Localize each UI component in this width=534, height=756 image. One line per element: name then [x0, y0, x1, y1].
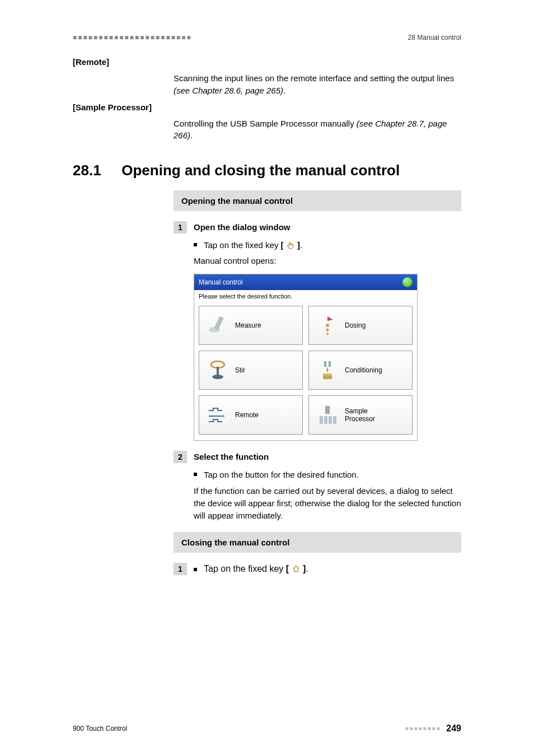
- chapter-number: 28.1: [73, 162, 118, 179]
- step-2-bullet: Tap on the button for the desired functi…: [194, 469, 461, 481]
- definition-body-sample-processor-text: Controlling the USB Sample Processor man…: [174, 118, 461, 142]
- sample-processor-icon: [316, 403, 339, 427]
- tile-remote[interactable]: Remote: [199, 395, 303, 435]
- svg-rect-8: [329, 361, 331, 367]
- manual-control-screenshot: Manual control Please select the desired…: [194, 274, 418, 441]
- tile-stir[interactable]: Stir: [199, 351, 303, 390]
- definition-sample-processor-body-row: Controlling the USB Sample Processor man…: [73, 118, 461, 142]
- svg-rect-13: [329, 416, 332, 424]
- header-decor: ■■■■■■■■■■■■■■■■■■■■■■■: [73, 34, 192, 41]
- svg-rect-9: [323, 376, 332, 379]
- definition-term-sample-processor: [Sample Processor]: [73, 102, 174, 112]
- stir-icon: [206, 358, 229, 382]
- step-1-bullet: Tap on the fixed key [ ].: [194, 239, 461, 251]
- tile-measure-label: Measure: [235, 321, 261, 329]
- header-chapter: 28 Manual control: [408, 34, 461, 41]
- step-3-badge: 1: [174, 563, 187, 575]
- step-1: 1 Open the dialog window Tap on the fixe…: [174, 221, 461, 441]
- svg-rect-14: [333, 416, 336, 424]
- step-2-after-text: If the function can be carried out by se…: [194, 485, 461, 521]
- step-1-after-text: Manual control opens:: [194, 255, 461, 267]
- definition-body-remote: [174, 57, 461, 67]
- footer-decor: ■■■■■■■■: [405, 725, 441, 731]
- step-1-title: Open the dialog window: [194, 222, 291, 232]
- measure-icon: [206, 314, 229, 337]
- tile-sample-processor[interactable]: Sample Processor: [308, 395, 413, 435]
- chapter-title-text: Opening and closing the manual control: [121, 162, 400, 179]
- step-3-bullet: Tap on the fixed key [ ].: [194, 564, 308, 574]
- tile-remote-label: Remote: [235, 411, 259, 419]
- section-band-opening: Opening the manual control: [174, 190, 461, 211]
- step-2: 2 Select the function Tap on the button …: [174, 451, 461, 522]
- screenshot-hint: Please select the desired function.: [194, 290, 417, 302]
- svg-rect-10: [325, 406, 330, 414]
- step-2-badge: 2: [174, 451, 187, 463]
- tile-conditioning[interactable]: Conditioning: [308, 351, 413, 390]
- tile-conditioning-label: Conditioning: [345, 366, 382, 374]
- bullet-icon: [194, 473, 197, 476]
- step-3: 1 Tap on the fixed key [ ].: [174, 563, 461, 577]
- svg-point-3: [326, 328, 329, 331]
- tile-dosing[interactable]: Dosing: [308, 306, 413, 345]
- page-number: 249: [446, 724, 461, 733]
- page-footer: 900 Touch Control ■■■■■■■■ 249: [73, 724, 461, 734]
- tile-dosing-label: Dosing: [345, 321, 366, 329]
- remote-icon: [206, 403, 229, 427]
- svg-rect-1: [214, 316, 223, 330]
- conditioning-icon: [316, 358, 339, 382]
- tile-sample-processor-label: Sample Processor: [345, 407, 375, 423]
- definition-body-remote-text: Scanning the input lines on the remote i…: [174, 72, 461, 97]
- help-icon[interactable]: [402, 277, 413, 287]
- svg-rect-11: [320, 416, 323, 424]
- hand-icon: [286, 240, 295, 248]
- svg-point-4: [326, 333, 329, 335]
- section-band-closing: Closing the manual control: [174, 532, 461, 553]
- definition-sample-processor: [Sample Processor]: [73, 102, 461, 112]
- tile-measure[interactable]: Measure: [199, 306, 303, 345]
- svg-rect-7: [324, 361, 326, 367]
- bullet-icon: [194, 243, 197, 246]
- home-icon: [292, 565, 301, 573]
- chapter-heading: 28.1 Opening and closing the manual cont…: [73, 162, 461, 179]
- definition-term-remote: [Remote]: [73, 57, 174, 67]
- tile-stir-label: Stir: [235, 366, 245, 374]
- screenshot-titlebar: Manual control: [194, 274, 417, 290]
- definition-remote-body-row: Scanning the input lines on the remote i…: [73, 72, 461, 97]
- page-header: ■■■■■■■■■■■■■■■■■■■■■■■ 28 Manual contro…: [73, 34, 461, 44]
- step-2-title: Select the function: [194, 452, 269, 461]
- dosing-icon: [316, 314, 339, 337]
- step-1-badge: 1: [174, 221, 187, 234]
- svg-point-6: [212, 375, 223, 379]
- screenshot-title: Manual control: [199, 278, 243, 286]
- svg-rect-12: [324, 416, 327, 424]
- svg-point-2: [326, 324, 329, 327]
- footer-product: 900 Touch Control: [73, 725, 127, 732]
- svg-rect-5: [217, 367, 219, 376]
- bullet-icon: [194, 568, 197, 571]
- definition-remote: [Remote]: [73, 57, 461, 67]
